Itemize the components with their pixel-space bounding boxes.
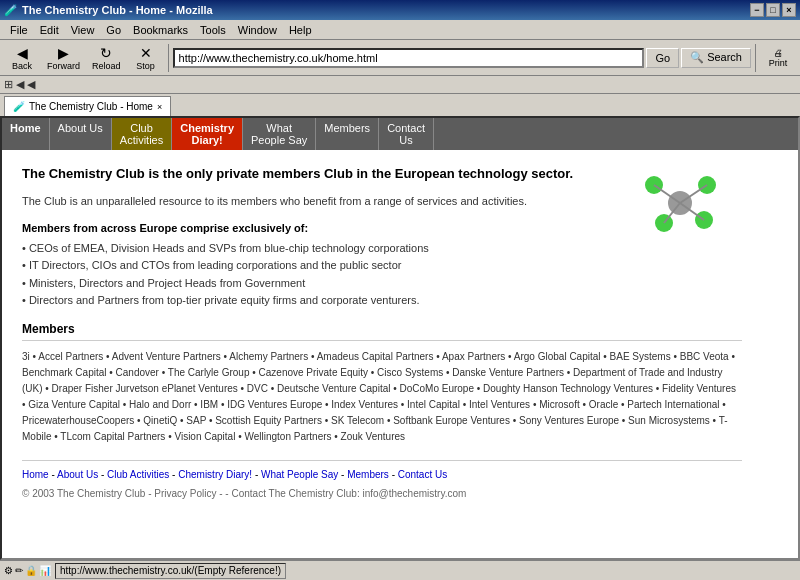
forward-icon: ▶ [58, 45, 69, 61]
footer-link-diary[interactable]: Chemistry Diary! [178, 469, 252, 480]
title-bar-controls: − □ × [750, 3, 796, 17]
nav-contact[interactable]: ContactUs [379, 118, 434, 150]
title-bar-icon: 🧪 [4, 4, 18, 17]
nav-diary[interactable]: ChemistryDiary! [172, 118, 243, 150]
bookmarks-bar: ⊞ ◀ ◀ [0, 76, 800, 94]
website-frame: Home About Us ClubActivities ChemistryDi… [0, 116, 800, 560]
menu-bar: File Edit View Go Bookmarks Tools Window… [0, 20, 800, 40]
title-bar-title: The Chemistry Club - Home - Mozilla [22, 4, 213, 16]
menu-window[interactable]: Window [232, 22, 283, 38]
bookmarks-icons: ⊞ ◀ ◀ [4, 78, 35, 91]
browser-tab[interactable]: 🧪 The Chemistry Club - Home × [4, 96, 171, 116]
stop-button[interactable]: ✕ Stop [128, 42, 164, 74]
bullet-item-4: • Directors and Partners from top-tier p… [22, 292, 742, 310]
menu-help[interactable]: Help [283, 22, 318, 38]
site-content: The Chemistry Club is the only private m… [2, 150, 762, 514]
copyright: © 2003 The Chemistry Club - Privacy Poli… [22, 488, 742, 499]
reload-icon: ↻ [100, 45, 112, 61]
menu-tools[interactable]: Tools [194, 22, 232, 38]
footer-links: Home - About Us - Club Activities - Chem… [22, 460, 742, 480]
footer-link-home[interactable]: Home [22, 469, 49, 480]
go-button[interactable]: Go [646, 48, 679, 68]
print-icon: 🖨 [774, 48, 783, 58]
tab-close-button[interactable]: × [157, 102, 162, 112]
address-bar: Go 🔍 Search [173, 48, 751, 68]
toolbar: ◀ Back ▶ Forward ↻ Reload ✕ Stop Go 🔍 Se… [0, 40, 800, 76]
print-button[interactable]: 🖨 Print [760, 48, 796, 68]
tab-icon: 🧪 [13, 101, 25, 112]
status-bar: ⚙ ✏ 🔒 📊 http://www.thechemistry.co.uk/(E… [0, 560, 800, 580]
browser-content: 🧪 The Chemistry Club - Home × Home About… [0, 94, 800, 560]
nav-people-say[interactable]: WhatPeople Say [243, 118, 316, 150]
molecule-image [642, 165, 722, 237]
menu-bookmarks[interactable]: Bookmarks [127, 22, 194, 38]
tab-bar: 🧪 The Chemistry Club - Home × [0, 94, 800, 116]
menu-edit[interactable]: Edit [34, 22, 65, 38]
maximize-button[interactable]: □ [766, 3, 780, 17]
menu-go[interactable]: Go [100, 22, 127, 38]
bullet-item-2: • IT Directors, CIOs and CTOs from leadi… [22, 257, 742, 275]
footer-link-contact[interactable]: Contact Us [398, 469, 447, 480]
stop-icon: ✕ [140, 45, 152, 61]
footer-link-people[interactable]: What People Say [261, 469, 338, 480]
tab-label: The Chemistry Club - Home [29, 101, 153, 112]
members-list: 3i • Accel Partners • Advent Venture Par… [22, 349, 742, 445]
menu-file[interactable]: File [4, 22, 34, 38]
nav-home[interactable]: Home [2, 118, 50, 150]
reload-button[interactable]: ↻ Reload [87, 42, 126, 74]
site-main-title: The Chemistry Club is the only private m… [22, 165, 742, 183]
status-icons: ⚙ ✏ 🔒 📊 [4, 565, 51, 576]
status-text: http://www.thechemistry.co.uk/(Empty Ref… [60, 565, 281, 576]
title-bar-left: 🧪 The Chemistry Club - Home - Mozilla [4, 4, 213, 17]
status-icon-2: ✏ [15, 565, 23, 576]
title-bar: 🧪 The Chemistry Club - Home - Mozilla − … [0, 0, 800, 20]
bullet-item-1: • CEOs of EMEA, Division Heads and SVPs … [22, 240, 742, 258]
address-input[interactable] [173, 48, 645, 68]
toolbar-separator-2 [755, 44, 756, 72]
nav-activities[interactable]: ClubActivities [112, 118, 172, 150]
members-section-title: Members [22, 322, 742, 341]
status-panel: http://www.thechemistry.co.uk/(Empty Ref… [55, 563, 286, 579]
status-icon-3: 🔒 [25, 565, 37, 576]
minimize-button[interactable]: − [750, 3, 764, 17]
back-icon: ◀ [17, 45, 28, 61]
search-button[interactable]: 🔍 Search [681, 48, 751, 68]
site-nav: Home About Us ClubActivities ChemistryDi… [2, 118, 798, 150]
footer-link-activities[interactable]: Club Activities [107, 469, 169, 480]
footer-link-about[interactable]: About Us [57, 469, 98, 480]
back-button[interactable]: ◀ Back [4, 42, 40, 74]
close-button[interactable]: × [782, 3, 796, 17]
site-description: The Club is an unparalleled resource to … [22, 193, 742, 210]
status-icon-4: 📊 [39, 565, 51, 576]
status-icon-1: ⚙ [4, 565, 13, 576]
members-list-title: Members from across Europe comprise excl… [22, 222, 742, 234]
bullet-item-3: • Ministers, Directors and Project Heads… [22, 275, 742, 293]
bullet-list: • CEOs of EMEA, Division Heads and SVPs … [22, 240, 742, 310]
toolbar-separator [168, 44, 169, 72]
menu-view[interactable]: View [65, 22, 101, 38]
nav-members[interactable]: Members [316, 118, 379, 150]
nav-about[interactable]: About Us [50, 118, 112, 150]
footer-link-members[interactable]: Members [347, 469, 389, 480]
forward-button[interactable]: ▶ Forward [42, 42, 85, 74]
